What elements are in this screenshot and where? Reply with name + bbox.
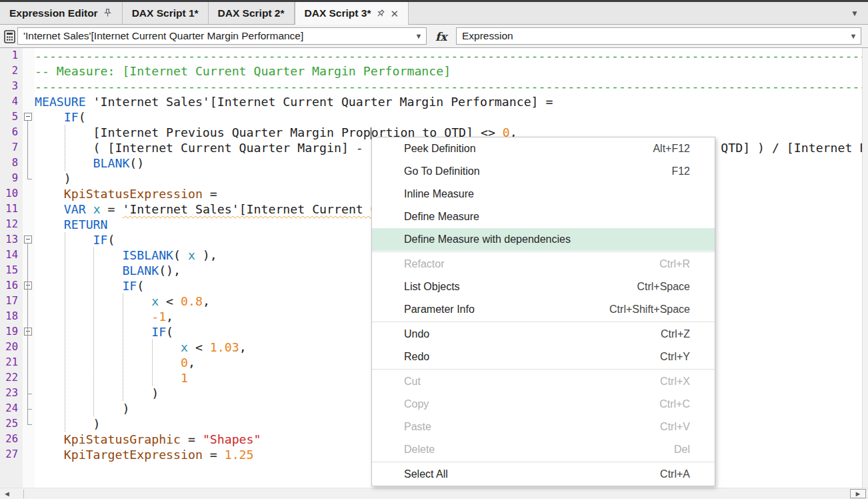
menu-item-shortcut: Ctrl+R	[659, 258, 690, 270]
menu-item-label: Delete	[404, 444, 674, 456]
line-number: 13	[0, 232, 23, 247]
code-token: (	[79, 110, 86, 124]
fold-collapse-icon[interactable]	[24, 282, 32, 290]
horizontal-scrollbar[interactable]: ◄ ►	[0, 488, 868, 499]
line-number: 3	[0, 79, 23, 94]
code-token: 1.03	[210, 340, 239, 354]
line-number: 10	[0, 186, 23, 201]
menu-item-label: Copy	[404, 398, 659, 410]
menu-item-redo[interactable]: RedoCtrl+Y	[372, 346, 715, 368]
code-token	[35, 217, 64, 231]
fold-collapse-icon[interactable]	[24, 328, 32, 336]
pin-icon[interactable]	[375, 9, 385, 19]
fold-collapse-icon[interactable]	[24, 235, 32, 243]
menu-item-parameter-info[interactable]: Parameter InfoCtrl+Shift+Space	[372, 298, 715, 321]
code-line-5: IF(	[35, 109, 862, 125]
tab-label: DAX Script 1*	[132, 7, 199, 19]
code-token: 'Internet Sales'[Internet Current Quarte…	[86, 95, 553, 109]
scroll-left-arrow-icon[interactable]: ◄	[3, 489, 11, 499]
menu-item-label: Define Measure	[404, 211, 690, 223]
measure-selector-dropdown[interactable]: 'Internet Sales'[Internet Current Quarte…	[17, 27, 427, 45]
menu-item-peek-definition[interactable]: Peek DefinitionAlt+F12	[372, 137, 715, 160]
indent-guide	[152, 340, 153, 386]
line-number: 8	[0, 155, 23, 171]
menu-item-define-measure[interactable]: Define Measure	[372, 205, 715, 228]
code-token: VAR	[64, 202, 86, 216]
menu-item-shortcut: F12	[671, 165, 690, 177]
code-token: -- Measure: [Internet Current Quarter Ma…	[35, 64, 451, 78]
menu-item-shortcut: Ctrl+Space	[637, 281, 690, 293]
tab-dax-script-2[interactable]: DAX Script 2*	[209, 2, 295, 24]
code-token	[35, 187, 64, 201]
code-line-3: ----------------------------------------…	[35, 79, 862, 94]
code-token	[35, 110, 64, 124]
menu-item-label: Paste	[404, 421, 660, 433]
code-token	[35, 448, 64, 462]
tab-expression-editor[interactable]: Expression Editor	[0, 2, 123, 24]
close-icon[interactable]: ✕	[390, 9, 399, 19]
code-token: IF	[93, 233, 108, 247]
code-token: 0	[181, 356, 188, 370]
code-token: x	[93, 202, 101, 216]
code-token: x	[151, 294, 159, 308]
fold-line	[27, 243, 28, 424]
code-token: KpiTargetExpression	[64, 448, 203, 462]
code-token	[35, 371, 181, 385]
tab-label: DAX Script 2*	[218, 7, 285, 19]
tab-label: Expression Editor	[9, 7, 98, 19]
menu-item-list-objects[interactable]: List ObjectsCtrl+Space	[372, 276, 715, 298]
menu-item-define-measure-with-dependencies[interactable]: Define Measure with dependencies	[372, 228, 715, 251]
code-folding-margin[interactable]	[23, 48, 35, 488]
code-token: <	[159, 294, 181, 308]
line-number: 17	[0, 294, 23, 309]
menu-item-label: Peek Definition	[404, 143, 653, 155]
menu-item-label: Redo	[404, 351, 660, 363]
line-number: 24	[0, 401, 23, 416]
line-number: 19	[0, 324, 23, 340]
indent-guide	[93, 247, 94, 416]
tab-dax-script-1[interactable]: DAX Script 1*	[123, 2, 209, 24]
code-token	[35, 356, 181, 370]
menu-item-inline-measure[interactable]: Inline Measure	[372, 183, 715, 205]
line-number: 21	[0, 355, 23, 370]
menu-item-go-to-definition[interactable]: Go To DefinitionF12	[372, 160, 715, 183]
line-number: 23	[0, 386, 23, 401]
code-token: 1.25	[225, 448, 254, 462]
chevron-down-icon[interactable]: ▼	[846, 32, 861, 40]
menu-item-select-all[interactable]: Select AllCtrl+A	[372, 463, 715, 486]
menu-item-label: Inline Measure	[404, 188, 690, 200]
menu-item-undo[interactable]: UndoCtrl+Z	[372, 323, 715, 346]
menu-item-label: Undo	[404, 328, 661, 340]
code-token: (	[108, 233, 115, 247]
code-token: ),	[195, 248, 217, 262]
line-number: 22	[0, 370, 23, 386]
code-token	[35, 248, 122, 262]
code-token: )	[35, 417, 101, 431]
code-token: (	[166, 325, 173, 339]
tab-dax-script-3[interactable]: DAX Script 3* ✕	[295, 2, 409, 25]
pin-icon[interactable]	[103, 8, 113, 18]
expression-selector-dropdown[interactable]: Expression ▼	[456, 27, 861, 45]
menu-item-shortcut: Ctrl+X	[660, 376, 690, 388]
code-token: <	[188, 340, 210, 354]
fold-collapse-icon[interactable]	[24, 113, 32, 121]
chevron-down-icon[interactable]: ▼	[841, 9, 868, 18]
vertical-scrollbar[interactable]	[862, 48, 868, 488]
code-token: ,	[203, 294, 210, 308]
code-token: x	[188, 248, 195, 262]
code-token: BLANK	[122, 264, 159, 278]
line-number: 9	[0, 171, 23, 186]
menu-item-refactor: RefactorCtrl+R	[372, 253, 715, 276]
chevron-down-icon[interactable]: ▼	[411, 32, 426, 40]
line-number: 12	[0, 217, 23, 232]
scroll-right-arrow-icon[interactable]: ►	[850, 489, 866, 498]
fold-line-end	[27, 424, 32, 425]
menu-item-shortcut: Del	[674, 444, 690, 456]
line-number: 16	[0, 278, 23, 294]
menu-separator	[372, 322, 715, 322]
code-token: ,	[188, 356, 195, 370]
toolbar: 'Internet Sales'[Internet Current Quarte…	[0, 25, 868, 48]
code-token: -1	[151, 310, 166, 324]
code-token: (	[137, 279, 144, 293]
code-token	[35, 264, 122, 278]
